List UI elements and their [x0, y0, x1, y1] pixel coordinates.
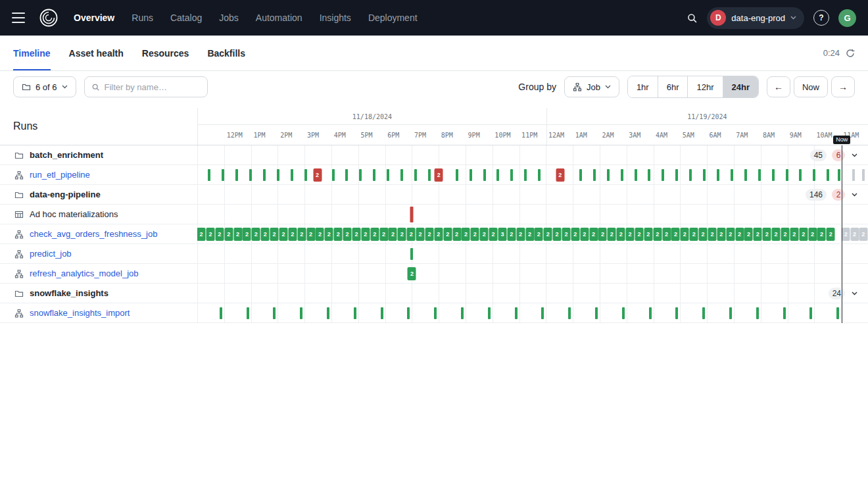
run-mark[interactable]	[327, 307, 329, 319]
run-mark[interactable]	[648, 169, 650, 181]
run-mark[interactable]: 2	[763, 228, 771, 241]
run-mark[interactable]	[332, 169, 335, 181]
run-mark[interactable]	[635, 169, 637, 181]
expand-caret-icon[interactable]	[850, 191, 859, 198]
run-mark[interactable]: 2	[206, 228, 214, 241]
run-mark[interactable]	[799, 169, 802, 181]
run-mark[interactable]	[852, 169, 855, 181]
run-mark[interactable]: 2	[525, 228, 534, 241]
run-mark[interactable]: 2	[644, 228, 652, 241]
run-mark[interactable]: 2	[827, 228, 835, 241]
run-mark[interactable]: 2	[754, 228, 762, 241]
run-mark[interactable]	[345, 169, 348, 181]
run-mark[interactable]: 2	[544, 228, 552, 241]
run-mark[interactable]: 2	[325, 228, 333, 241]
run-mark[interactable]: 2	[389, 228, 397, 241]
run-mark[interactable]: 2	[744, 228, 753, 241]
run-mark[interactable]: 2	[516, 228, 525, 241]
run-mark[interactable]: 2	[462, 228, 470, 241]
menu-icon[interactable]	[12, 11, 29, 24]
run-mark[interactable]	[456, 169, 458, 181]
run-mark[interactable]: 2	[370, 228, 379, 241]
run-mark[interactable]: 2	[842, 228, 850, 241]
run-mark[interactable]	[273, 307, 276, 319]
run-mark[interactable]: 2	[617, 228, 625, 241]
run-mark[interactable]	[689, 169, 692, 181]
run-mark[interactable]: 2	[288, 228, 297, 241]
run-mark[interactable]: 2	[270, 228, 279, 241]
filter-input[interactable]	[105, 82, 201, 92]
range-button-12hr[interactable]: 12hr	[687, 76, 722, 97]
run-mark[interactable]	[496, 169, 499, 181]
run-mark[interactable]	[786, 169, 788, 181]
run-mark[interactable]	[373, 169, 375, 181]
run-mark[interactable]: 2	[608, 228, 616, 241]
run-mark[interactable]: 2	[681, 228, 689, 241]
nav-item-deployment[interactable]: Deployment	[368, 13, 418, 23]
run-mark[interactable]	[675, 307, 678, 319]
run-mark[interactable]	[414, 169, 417, 181]
run-mark[interactable]: 2	[772, 228, 781, 241]
run-mark[interactable]: 2	[434, 228, 443, 241]
run-mark[interactable]: 2	[343, 228, 352, 241]
run-mark[interactable]: 3	[498, 228, 506, 241]
run-mark[interactable]	[579, 169, 582, 181]
page-forward-button[interactable]: →	[831, 76, 855, 97]
run-mark[interactable]: 2	[313, 168, 322, 182]
run-mark[interactable]	[809, 307, 812, 319]
run-mark[interactable]: 2	[334, 228, 343, 241]
nav-item-runs[interactable]: Runs	[132, 13, 153, 23]
run-mark[interactable]: 2	[735, 228, 744, 241]
user-avatar[interactable]: G	[838, 9, 856, 27]
run-mark[interactable]	[407, 307, 410, 319]
run-mark[interactable]	[428, 169, 431, 181]
run-mark[interactable]	[488, 307, 491, 319]
run-mark[interactable]: 2	[306, 228, 315, 241]
run-mark[interactable]: 2	[233, 228, 242, 241]
run-mark[interactable]: 2	[297, 228, 306, 241]
run-mark[interactable]: 2	[556, 168, 564, 182]
tab-resources[interactable]: Resources	[142, 36, 189, 70]
run-mark[interactable]	[758, 169, 761, 181]
page-back-button[interactable]: ←	[767, 76, 790, 97]
run-mark[interactable]	[381, 307, 383, 319]
job-link[interactable]: check_avg_orders_freshness_job	[30, 229, 157, 239]
run-mark[interactable]	[595, 307, 598, 319]
run-mark[interactable]: 2	[589, 228, 598, 241]
run-mark[interactable]	[862, 169, 865, 181]
run-mark[interactable]: 2	[471, 228, 479, 241]
run-mark[interactable]	[483, 169, 486, 181]
range-button-24hr[interactable]: 24hr	[723, 76, 758, 97]
run-mark[interactable]	[249, 169, 252, 181]
run-mark[interactable]	[263, 169, 266, 181]
run-mark[interactable]	[621, 169, 623, 181]
run-mark[interactable]	[277, 169, 279, 181]
job-link[interactable]: refresh_analytics_model_job	[30, 268, 138, 278]
range-button-1hr[interactable]: 1hr	[628, 76, 658, 97]
run-mark[interactable]: 2	[507, 228, 516, 241]
run-mark[interactable]: 2	[708, 228, 716, 241]
run-mark[interactable]: 2	[352, 228, 360, 241]
run-mark[interactable]	[222, 169, 224, 181]
run-mark[interactable]: 2	[690, 228, 698, 241]
run-mark[interactable]: 2	[635, 228, 643, 241]
run-mark[interactable]: 2	[443, 228, 452, 241]
run-mark[interactable]	[510, 169, 513, 181]
run-mark[interactable]: 2	[379, 228, 388, 241]
run-mark[interactable]: 2	[224, 228, 233, 241]
nav-item-insights[interactable]: Insights	[320, 13, 351, 23]
run-mark[interactable]	[703, 169, 706, 181]
run-mark[interactable]	[827, 169, 829, 181]
run-mark[interactable]	[387, 169, 389, 181]
run-mark[interactable]: 2	[717, 228, 725, 241]
run-mark[interactable]	[470, 169, 472, 181]
run-mark[interactable]	[756, 307, 759, 319]
expand-caret-icon[interactable]	[850, 290, 859, 297]
run-mark[interactable]: 2	[808, 228, 817, 241]
run-mark[interactable]	[649, 307, 652, 319]
run-mark[interactable]	[717, 169, 719, 181]
run-mark[interactable]: 2	[425, 228, 433, 241]
run-mark[interactable]: 2	[799, 228, 808, 241]
run-mark[interactable]	[731, 169, 733, 181]
run-mark[interactable]	[568, 307, 571, 319]
